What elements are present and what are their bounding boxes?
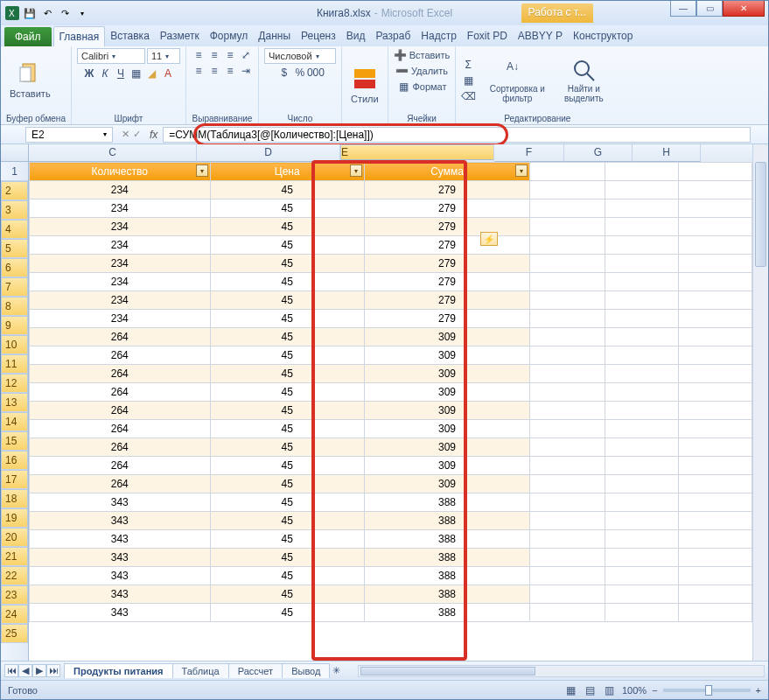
- col-header-C[interactable]: C: [29, 144, 197, 162]
- cell[interactable]: [530, 438, 605, 457]
- cell[interactable]: 388: [364, 567, 529, 585]
- cell[interactable]: [530, 420, 605, 438]
- cell[interactable]: [530, 567, 605, 585]
- cell[interactable]: [679, 549, 752, 567]
- worksheet-grid[interactable]: CDEFGH 123456789101112131415161718192021…: [1, 144, 768, 661]
- cell[interactable]: [605, 604, 679, 622]
- cell[interactable]: 309: [364, 346, 529, 365]
- row-header-23[interactable]: 23: [1, 585, 28, 605]
- cell[interactable]: 279: [364, 218, 529, 236]
- cell[interactable]: 343: [30, 530, 211, 549]
- cell[interactable]: 264: [30, 365, 211, 383]
- tab-вставка[interactable]: Вставка: [105, 26, 155, 46]
- cell[interactable]: 45: [210, 383, 364, 402]
- col-header-D[interactable]: D: [197, 144, 340, 162]
- cell[interactable]: 279: [364, 291, 529, 310]
- cell[interactable]: [605, 365, 679, 383]
- row-header-15[interactable]: 15: [1, 431, 28, 451]
- cell[interactable]: 279: [364, 236, 529, 255]
- row-header-5[interactable]: 5: [1, 239, 28, 258]
- cell[interactable]: [605, 273, 679, 291]
- cell[interactable]: 264: [30, 346, 211, 365]
- styles-button[interactable]: Стили: [347, 66, 382, 106]
- cell[interactable]: 388: [364, 530, 529, 549]
- cell[interactable]: [679, 236, 752, 255]
- cell[interactable]: [679, 585, 752, 604]
- font-name-select[interactable]: Calibri▾: [77, 48, 145, 64]
- cell[interactable]: [530, 255, 605, 273]
- cell[interactable]: 264: [30, 328, 211, 346]
- cell[interactable]: 343: [30, 512, 211, 530]
- align-left-icon[interactable]: ≡: [192, 64, 206, 78]
- zoom-slider[interactable]: [663, 689, 751, 692]
- row-header-25[interactable]: 25: [1, 624, 28, 643]
- tab-надстр[interactable]: Надстр: [416, 26, 462, 46]
- cell[interactable]: [679, 530, 752, 549]
- filter-icon[interactable]: ▾: [196, 164, 208, 177]
- cell[interactable]: [679, 383, 752, 402]
- cell[interactable]: 309: [364, 402, 529, 420]
- cell[interactable]: [605, 567, 679, 585]
- row-header-2[interactable]: 2: [1, 181, 28, 200]
- cell[interactable]: 309: [364, 457, 529, 475]
- vertical-scrollbar[interactable]: [752, 144, 768, 661]
- cell[interactable]: 309: [364, 328, 529, 346]
- cell[interactable]: 279: [364, 181, 529, 200]
- find-select-button[interactable]: Найти и выделить: [554, 56, 613, 105]
- orientation-icon[interactable]: ⤢: [239, 48, 253, 62]
- indent-icon[interactable]: ⇥: [239, 64, 253, 78]
- cell[interactable]: 388: [364, 494, 529, 512]
- fill-color-icon[interactable]: ◢: [145, 66, 159, 80]
- save-icon[interactable]: 💾: [22, 5, 38, 21]
- cell[interactable]: 45: [210, 567, 364, 585]
- cell[interactable]: 234: [30, 181, 211, 200]
- tab-foxit pd[interactable]: Foxit PD: [462, 26, 513, 46]
- cell[interactable]: [605, 236, 679, 255]
- cell[interactable]: [530, 273, 605, 291]
- cells-insert[interactable]: ➕Вставить: [394, 48, 451, 62]
- row-header-11[interactable]: 11: [1, 354, 28, 374]
- cell[interactable]: [530, 604, 605, 622]
- italic-icon[interactable]: К: [98, 66, 112, 80]
- cell[interactable]: 234: [30, 200, 211, 218]
- sheet-tab-1[interactable]: Таблица: [172, 663, 229, 678]
- cell[interactable]: [679, 218, 752, 236]
- underline-icon[interactable]: Ч: [114, 66, 128, 80]
- cell[interactable]: 45: [210, 494, 364, 512]
- cancel-formula-icon[interactable]: ✕: [122, 129, 129, 140]
- cell[interactable]: 234: [30, 236, 211, 255]
- cell[interactable]: [530, 549, 605, 567]
- col-header-F[interactable]: F: [494, 144, 564, 162]
- cell[interactable]: 343: [30, 604, 211, 622]
- fill-icon[interactable]: ▦: [461, 74, 475, 88]
- zoom-out-icon[interactable]: −: [652, 685, 657, 696]
- cell[interactable]: 343: [30, 549, 211, 567]
- cell[interactable]: [679, 604, 752, 622]
- tab-данны[interactable]: Данны: [253, 26, 296, 46]
- cell[interactable]: [530, 402, 605, 420]
- cell[interactable]: [679, 310, 752, 328]
- sheet-tab-2[interactable]: Рассчет: [228, 663, 283, 678]
- cell[interactable]: 45: [210, 218, 364, 236]
- cell[interactable]: [679, 438, 752, 457]
- cell[interactable]: 234: [30, 310, 211, 328]
- row-header-19[interactable]: 19: [1, 508, 28, 528]
- table-header-Цена[interactable]: Цена▾: [210, 163, 364, 181]
- cell[interactable]: 388: [364, 549, 529, 567]
- qat-dropdown-icon[interactable]: ▾: [74, 5, 90, 21]
- vscroll-thumb[interactable]: [755, 162, 766, 267]
- cell[interactable]: [605, 163, 679, 181]
- row-header-22[interactable]: 22: [1, 566, 28, 585]
- cell[interactable]: [605, 328, 679, 346]
- cell[interactable]: [605, 457, 679, 475]
- row-header-18[interactable]: 18: [1, 489, 28, 508]
- tab-разметк[interactable]: Разметк: [155, 26, 205, 46]
- cell[interactable]: 264: [30, 438, 211, 457]
- cell[interactable]: 45: [210, 402, 364, 420]
- row-header-20[interactable]: 20: [1, 528, 28, 547]
- cell[interactable]: [679, 346, 752, 365]
- tab-abbyy p[interactable]: ABBYY P: [513, 26, 568, 46]
- cell[interactable]: [530, 200, 605, 218]
- cell[interactable]: [530, 310, 605, 328]
- col-header-H[interactable]: H: [633, 144, 701, 162]
